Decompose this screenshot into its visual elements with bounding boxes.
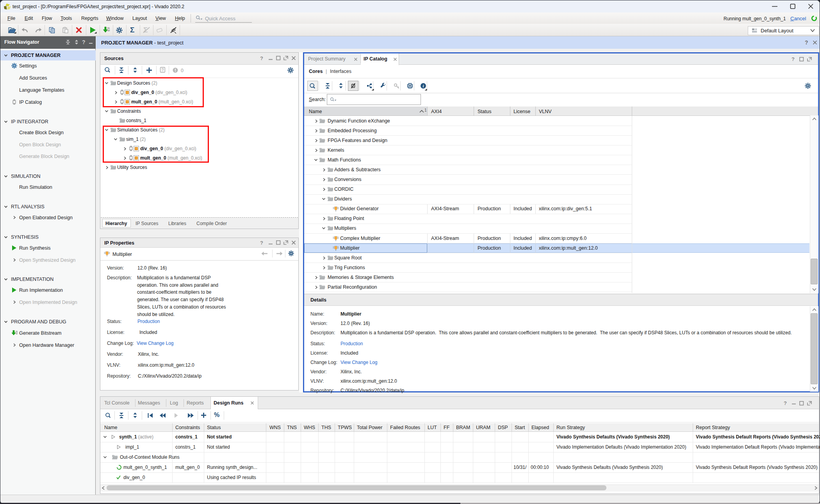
svg-text:?: ?	[162, 68, 164, 72]
svg-text:10: 10	[107, 29, 110, 32]
svg-text:10: 10	[16, 332, 18, 335]
